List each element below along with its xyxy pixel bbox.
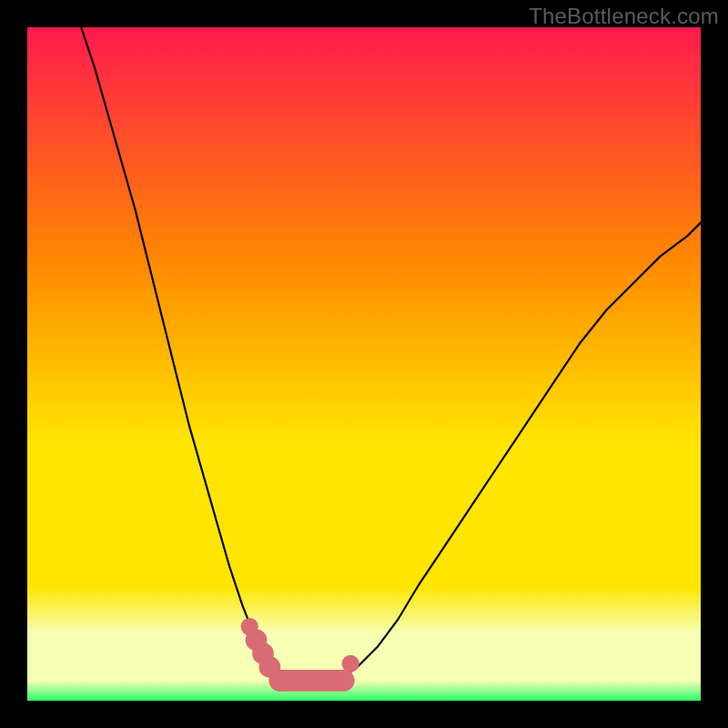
chart-svg: [27, 27, 701, 701]
chart-frame: TheBottleneck.com: [0, 0, 728, 728]
marker-dot: [269, 670, 291, 692]
watermark-text: TheBottleneck.com: [529, 4, 719, 29]
gradient-background: [27, 27, 701, 701]
plot-area: [27, 27, 701, 701]
marker-dot: [342, 655, 359, 672]
